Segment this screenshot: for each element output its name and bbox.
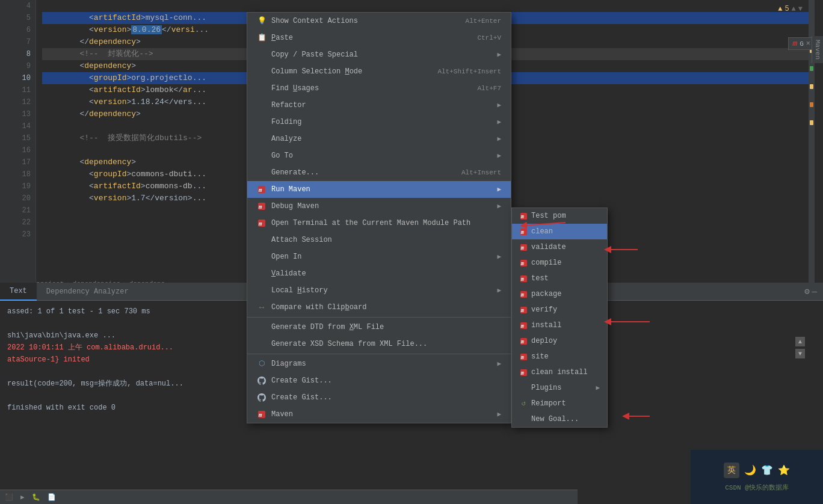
ctx-refactor[interactable]: Refactor ▶ <box>247 97 511 114</box>
analyze-icon <box>257 134 267 144</box>
ctx-debug-maven[interactable]: m Debug Maven ▶ <box>247 198 511 215</box>
marker-orange <box>810 102 813 107</box>
moon-icon[interactable]: 🌙 <box>744 464 756 476</box>
ctx-compare-clipboard[interactable]: ↔ Compare with Clipboard <box>247 299 511 316</box>
open-in-icon <box>257 252 267 262</box>
line-num-11: 11 <box>0 84 35 96</box>
line-num-8: 8 <box>0 48 35 60</box>
settings-icon[interactable]: ⚙ <box>804 286 809 297</box>
ctx-maven[interactable]: m Maven ▶ <box>247 406 511 423</box>
ctx-find-usages[interactable]: Find Usages Alt+F7 <box>247 80 511 97</box>
scroll-up-arrow[interactable]: ▲ <box>795 337 805 346</box>
ctx-gen-dtd[interactable]: Generate DTD from XML File <box>247 319 511 336</box>
ctx-separator-2 <box>247 354 511 354</box>
sub-validate-icon: m <box>519 243 528 251</box>
sub-test-pom[interactable]: m Test pom <box>512 208 607 224</box>
warning-arrow-up[interactable]: ▲ <box>792 5 796 13</box>
sub-plugins-arrow: ▶ <box>596 380 600 396</box>
github-icon-2 <box>257 393 267 402</box>
ctx-attach-session[interactable]: Attach Session <box>247 232 511 248</box>
line-num-23: 23 <box>0 229 35 241</box>
line-num-9: 9 <box>0 60 35 72</box>
sub-plugins-icon <box>519 384 528 392</box>
sub-test[interactable]: m test <box>512 271 607 286</box>
ctx-gen-xsd[interactable]: Generate XSD Schema from XML File... <box>247 336 511 352</box>
svg-text:m: m <box>258 188 262 194</box>
console-scroll: ▲ ▼ <box>795 337 805 358</box>
sub-deploy-icon: m <box>519 337 528 345</box>
ctx-open-in[interactable]: Open In ▶ <box>247 248 511 265</box>
ctx-folding[interactable]: Folding ▶ <box>247 114 511 131</box>
svg-text:m: m <box>258 204 262 211</box>
sub-clean-install-icon: m <box>519 368 528 376</box>
sub-reimport[interactable]: ↺ Reimport <box>512 396 607 411</box>
scroll-down-arrow[interactable]: ▼ <box>795 349 805 358</box>
shirt-icon: 👕 <box>761 464 773 476</box>
ctx-copy-paste-special[interactable]: Copy / Paste Special ▶ <box>247 46 511 63</box>
status-other-icon[interactable]: 📄 <box>48 493 56 501</box>
sub-validate[interactable]: m validate <box>512 239 607 255</box>
warning-arrow-down[interactable]: ▼ <box>798 5 803 13</box>
status-run-icon[interactable]: ▶ <box>20 493 25 501</box>
ctx-generate[interactable]: Generate... Alt+Insert <box>247 164 511 181</box>
marker-yellow-3 <box>810 120 813 125</box>
sub-clean[interactable]: m clean <box>512 224 607 239</box>
ctx-diagrams[interactable]: ⬡ Diagrams ▶ <box>247 355 511 372</box>
sub-compile[interactable]: m compile <box>512 255 607 271</box>
tab-dependency-analyzer[interactable]: Dependency Analyzer <box>37 283 138 301</box>
line-num-14: 14 <box>0 120 35 132</box>
line-num-13: 13 <box>0 108 35 120</box>
ctx-create-gist-2[interactable]: Create Gist... <box>247 389 511 406</box>
svg-text:m: m <box>520 245 523 251</box>
sub-plugins[interactable]: Plugins ▶ <box>512 380 607 396</box>
minimize-icon[interactable]: — <box>812 287 817 297</box>
sub-compile-label: compile <box>531 255 561 271</box>
ctx-validate[interactable]: Validate <box>247 265 511 282</box>
ctx-column-selection[interactable]: Column Selection Mode Alt+Shift+Insert <box>247 63 511 80</box>
svg-text:m: m <box>520 261 523 267</box>
ctx-create-gist-1[interactable]: Create Gist... <box>247 372 511 389</box>
status-terminal-icon[interactable]: ⬛ <box>5 493 13 501</box>
svg-text:m: m <box>520 370 523 376</box>
csdn-icons-row: 英 🌙 👕 ⭐ <box>724 463 790 478</box>
tab-text[interactable]: Text <box>0 283 37 301</box>
sub-install-icon: m <box>519 321 528 330</box>
ctx-go-to[interactable]: Go To ▶ <box>247 147 511 164</box>
lang-icon[interactable]: 英 <box>724 463 739 478</box>
ctx-local-history[interactable]: Local History ▶ <box>247 282 511 299</box>
ctx-analyze[interactable]: Analyze ▶ <box>247 131 511 147</box>
maven-sidebar-tab[interactable]: Maven <box>812 36 823 63</box>
maven-panel: m G × <box>788 37 815 50</box>
sub-new-goal-icon <box>519 415 528 423</box>
line-num-15: 15 <box>0 132 35 144</box>
csdn-label: CSDN @快乐的数据库 <box>725 483 789 492</box>
sub-test-pom-label: Test pom <box>531 208 566 224</box>
maven-icon: m <box>257 410 267 419</box>
svg-text:m: m <box>520 339 523 345</box>
maven-panel-close[interactable]: × <box>806 40 810 48</box>
sub-test-label: test <box>531 271 549 286</box>
ctx-show-context-actions[interactable]: 💡 Show Context Actions Alt+Enter <box>247 13 511 29</box>
sub-clean-icon: m <box>519 227 528 236</box>
history-icon <box>257 286 267 295</box>
sub-install-label: install <box>531 318 561 333</box>
ctx-open-terminal[interactable]: m Open Terminal at the Current Maven Mod… <box>247 215 511 232</box>
svg-text:m: m <box>258 413 262 419</box>
gen-dtd-icon <box>257 322 267 332</box>
sub-clean-install[interactable]: m clean install <box>512 364 607 380</box>
sub-install[interactable]: m install <box>512 318 607 333</box>
warning-bar: ▲ 5 ▲ ▼ <box>778 5 803 13</box>
ctx-run-maven[interactable]: m Run Maven ▶ <box>247 181 511 198</box>
sub-site[interactable]: m site <box>512 349 607 364</box>
ctx-paste[interactable]: 📋 Paste Ctrl+V <box>247 29 511 46</box>
goto-icon <box>257 151 267 161</box>
sub-new-goal[interactable]: New Goal... <box>512 411 607 427</box>
sub-new-goal-label: New Goal... <box>531 411 579 427</box>
sub-deploy[interactable]: m deploy <box>512 333 607 349</box>
svg-text:m: m <box>520 324 523 330</box>
sub-package[interactable]: m package <box>512 286 607 302</box>
sub-site-icon: m <box>519 352 528 361</box>
sub-verify[interactable]: m verify <box>512 302 607 318</box>
line-num-17: 17 <box>0 156 35 168</box>
status-debug-icon[interactable]: 🐛 <box>32 493 40 501</box>
